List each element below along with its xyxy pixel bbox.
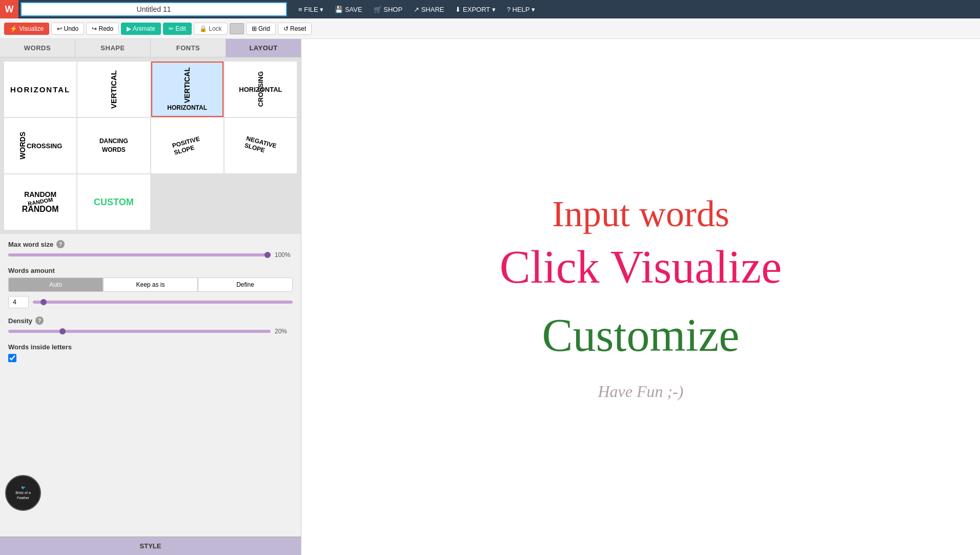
- main-area: WORDS SHAPE FONTS LAYOUT HORIZONTAL VERT…: [0, 39, 980, 555]
- share-button[interactable]: ↗ SHARE: [409, 4, 449, 15]
- vertical-horizontal-content: VERTICAL HORIZONTAL: [167, 67, 207, 111]
- tab-layout[interactable]: LAYOUT: [226, 39, 301, 57]
- words-amount-buttons: Auto Keep as is Define: [8, 278, 293, 292]
- grid-button[interactable]: ⊞ Grid: [246, 23, 276, 35]
- layout-vertical-horizontal[interactable]: VERTICAL HORIZONTAL: [151, 62, 223, 117]
- bird-icon: 🐦: [21, 485, 26, 490]
- cw-crossing-label: CROSSING: [27, 142, 62, 150]
- layout-positive-slope[interactable]: POSITIVESLOPE: [151, 118, 223, 173]
- layout-vertical[interactable]: VERTICAL: [77, 62, 150, 117]
- canvas-line1: Input words: [552, 193, 729, 235]
- file-menu[interactable]: ≡ FILE ▾: [293, 4, 329, 15]
- save-button[interactable]: 💾 SAVE: [330, 4, 367, 15]
- export-menu[interactable]: ⬇ EXPORT ▾: [450, 4, 500, 15]
- dancing-label: DANCINGWORDS: [99, 137, 128, 154]
- density-label: Density ?: [8, 316, 293, 325]
- layout-horizontal[interactable]: HORIZONTAL: [4, 62, 76, 117]
- undo-button[interactable]: ↩ Undo: [51, 23, 84, 35]
- words-amount-slider[interactable]: [33, 301, 293, 304]
- words-amount-label: Words amount: [8, 267, 293, 274]
- words-amount-control: Words amount Auto Keep as is Define: [8, 267, 293, 308]
- controls-section: Max word size ? 100% Words amount Auto K…: [0, 234, 301, 376]
- canvas-line1-b: words: [639, 193, 729, 234]
- canvas-line4: Have Fun ;-): [598, 382, 683, 401]
- layout-custom[interactable]: CUSTOM: [77, 174, 150, 230]
- words-amount-keep[interactable]: Keep as is: [103, 278, 198, 292]
- nav-items: ≡ FILE ▾ 💾 SAVE 🛒 SHOP ↗ SHARE ⬇ EXPORT …: [289, 4, 544, 15]
- canvas-line2: Click Visualize: [500, 241, 782, 293]
- layout-random[interactable]: RANDOM RANDOM RANDOM: [4, 174, 76, 230]
- words-inside-checkbox[interactable]: [8, 354, 16, 362]
- tab-fonts[interactable]: FONTS: [151, 39, 226, 57]
- animate-button[interactable]: ▶ Animate: [121, 23, 161, 35]
- top-bar: W ≡ FILE ▾ 💾 SAVE 🛒 SHOP ↗ SHARE ⬇ EXPOR…: [0, 0, 980, 18]
- crossing-h-content: HORIZONTAL CROSSING: [226, 63, 296, 116]
- logo-badge: 🐦 Birdz of a Feather: [5, 475, 41, 511]
- max-word-size-value: 100%: [275, 251, 293, 259]
- words-amount-define[interactable]: Define: [198, 278, 293, 292]
- app-logo: W: [0, 0, 18, 18]
- density-slider[interactable]: [8, 330, 271, 333]
- layout-crossing-words[interactable]: WORDS CROSSING: [4, 118, 76, 173]
- vh-horizontal-text: HORIZONTAL: [167, 104, 207, 111]
- logo-area: 🐦 Birdz of a Feather: [0, 376, 301, 537]
- document-title-input[interactable]: [21, 2, 287, 16]
- layout-dancing[interactable]: DANCINGWORDS: [77, 118, 150, 173]
- words-inside-control: Words inside letters: [8, 343, 293, 362]
- tab-words[interactable]: WORDS: [0, 39, 75, 57]
- max-word-size-slider-container: 100%: [8, 251, 293, 259]
- random-label: RANDOM RANDOM RANDOM: [22, 190, 59, 214]
- max-word-size-slider[interactable]: [8, 253, 271, 256]
- crossing-v-label: CROSSING: [257, 71, 264, 107]
- horizontal-label: HORIZONTAL: [10, 85, 70, 94]
- density-value: 20%: [275, 328, 293, 335]
- tab-shape[interactable]: SHAPE: [75, 39, 151, 57]
- density-slider-container: 20%: [8, 328, 293, 335]
- layout-grid: HORIZONTAL VERTICAL VERTICAL HORIZONTAL …: [0, 57, 301, 234]
- canvas-line3: Customize: [542, 309, 740, 362]
- color-swatch[interactable]: [230, 23, 244, 34]
- custom-label: CUSTOM: [94, 197, 134, 208]
- cw-words-label: WORDS: [18, 132, 27, 160]
- max-word-size-label: Max word size ?: [8, 240, 293, 248]
- vh-vertical-text: VERTICAL: [183, 67, 191, 103]
- layout-negative-slope[interactable]: NEGATIVESLOPE: [224, 118, 297, 173]
- layout-crossing-horizontal[interactable]: HORIZONTAL CROSSING: [224, 62, 297, 117]
- words-amount-input[interactable]: [8, 296, 29, 308]
- right-canvas: Input words Click Visualize Customize Ha…: [301, 39, 980, 555]
- toolbar2: ⚡ Visualize ↩ Undo ↪ Redo ▶ Animate ✏ Ed…: [0, 18, 980, 39]
- visualize-button[interactable]: ⚡ Visualize: [4, 23, 49, 35]
- edit-button[interactable]: ✏ Edit: [163, 23, 192, 35]
- density-help[interactable]: ?: [35, 316, 44, 325]
- style-bar[interactable]: STYLE: [0, 537, 301, 555]
- reset-button[interactable]: ↺ Reset: [278, 23, 312, 35]
- max-word-size-help[interactable]: ?: [56, 240, 65, 248]
- pos-slope-label: POSITIVESLOPE: [172, 135, 203, 156]
- words-amount-number-row: [8, 296, 293, 308]
- density-control: Density ? 20%: [8, 316, 293, 335]
- neg-slope-label: NEGATIVESLOPE: [244, 135, 278, 157]
- words-inside-checkbox-row: [8, 354, 293, 362]
- redo-button[interactable]: ↪ Redo: [86, 23, 119, 35]
- words-inside-label: Words inside letters: [8, 343, 293, 351]
- left-panel: WORDS SHAPE FONTS LAYOUT HORIZONTAL VERT…: [0, 39, 301, 555]
- logo-badge-circle: 🐦 Birdz of a Feather: [5, 475, 41, 511]
- words-amount-auto[interactable]: Auto: [8, 278, 103, 292]
- vertical-label: VERTICAL: [109, 70, 118, 109]
- tab-navigation: WORDS SHAPE FONTS LAYOUT: [0, 39, 301, 57]
- crossing-words-content: WORDS CROSSING: [5, 119, 75, 172]
- lock-button[interactable]: 🔒 Lock: [194, 23, 228, 35]
- max-word-size-control: Max word size ? 100%: [8, 240, 293, 259]
- help-menu[interactable]: ? HELP ▾: [502, 4, 540, 15]
- shop-button[interactable]: 🛒 SHOP: [369, 4, 407, 15]
- canvas-line1-a: Input: [552, 193, 639, 234]
